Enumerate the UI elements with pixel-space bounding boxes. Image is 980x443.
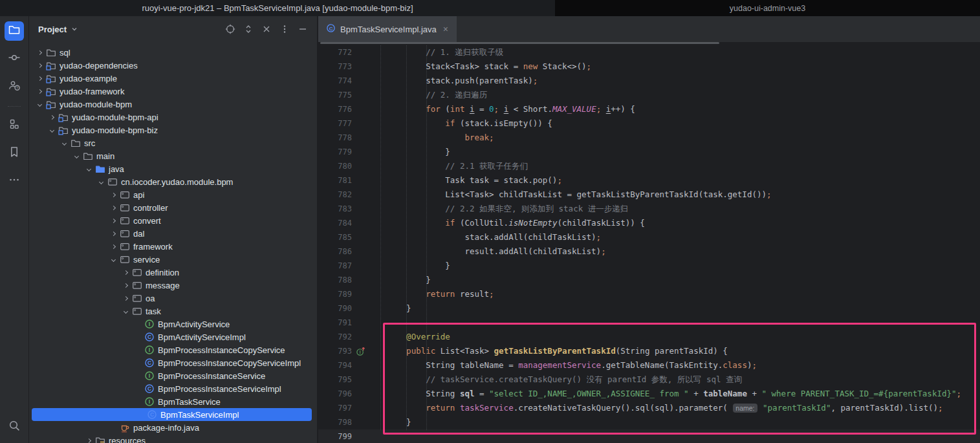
chevron-right-icon[interactable] <box>108 219 119 222</box>
code-text[interactable]: // taskService.createTaskQuery() 没有 pare… <box>373 373 742 387</box>
code-text[interactable]: Stack<Task> stack = new Stack<>(); <box>373 59 591 74</box>
line-number[interactable]: 780 <box>318 162 352 171</box>
gutter[interactable]: 792 <box>318 332 373 341</box>
code-line-775[interactable]: 775 // 2. 递归遍历 <box>318 88 980 102</box>
gutter[interactable]: 782 <box>318 190 373 199</box>
gutter[interactable]: 799 <box>318 432 373 441</box>
code-line-784[interactable]: 784 if (CollUtil.isNotEmpty(childTaskLis… <box>318 216 980 230</box>
implements-method-icon[interactable]: I <box>352 347 369 356</box>
chevron-right-icon[interactable] <box>34 90 45 93</box>
gutter[interactable]: 777 <box>318 119 373 128</box>
tab-bpmtaskserviceimpl[interactable]: C BpmTaskServiceImpl.java × <box>318 16 457 42</box>
chevron-right-icon[interactable] <box>47 116 58 119</box>
code-line-792[interactable]: 792 @Override <box>318 330 980 344</box>
code-line-773[interactable]: 773 Stack<Task> stack = new Stack<>(); <box>318 59 980 74</box>
tree-item-yudao-module-bpm-api[interactable]: yudao-module-bpm-api <box>29 111 317 124</box>
code-text[interactable]: List<Task> childTaskList = getTaskListBy… <box>373 188 772 202</box>
chevron-down-icon[interactable] <box>120 310 131 313</box>
gutter[interactable]: 797 <box>318 404 373 413</box>
gutter[interactable]: 793I <box>318 347 373 356</box>
chevron-right-icon[interactable] <box>108 193 119 197</box>
code-text[interactable]: } <box>373 301 411 316</box>
code-text[interactable]: return result; <box>373 287 494 301</box>
line-number[interactable]: 795 <box>318 375 352 384</box>
code-line-799[interactable]: 799 <box>318 429 980 443</box>
chevron-right-icon[interactable] <box>120 297 131 300</box>
gutter[interactable]: 785 <box>318 233 373 242</box>
activity-commit-button[interactable] <box>5 49 24 69</box>
code-line-798[interactable]: 798 } <box>318 415 980 429</box>
line-number[interactable]: 799 <box>318 432 352 441</box>
code-text[interactable]: public List<Task> getTaskListByParentTas… <box>373 344 728 358</box>
tree-item-yudao-module-bpm[interactable]: yudao-module-bpm <box>29 98 317 111</box>
code-line-782[interactable]: 782 List<Task> childTaskList = getTaskLi… <box>318 188 980 202</box>
hide-panel-icon[interactable] <box>295 21 310 37</box>
code-line-796[interactable]: 796 String sql = "select ID_,NAME_,OWNER… <box>318 387 980 401</box>
gutter[interactable]: 774 <box>318 76 373 85</box>
code-line-790[interactable]: 790 } <box>318 301 980 316</box>
line-number[interactable]: 773 <box>318 62 352 71</box>
gutter[interactable]: 798 <box>318 418 373 427</box>
code-line-793[interactable]: 793I public List<Task> getTaskListByPare… <box>318 344 980 358</box>
gutter[interactable]: 784 <box>318 219 373 228</box>
tree-item-bpmprocessinstancecopyservice[interactable]: IBpmProcessInstanceCopyService <box>29 343 317 356</box>
chevron-down-icon[interactable] <box>96 180 107 184</box>
line-number[interactable]: 779 <box>318 147 352 157</box>
line-number[interactable]: 782 <box>318 190 352 199</box>
code-line-785[interactable]: 785 stack.addAll(childTaskList); <box>318 230 980 244</box>
gutter[interactable]: 780 <box>318 162 373 171</box>
chevron-down-icon[interactable] <box>83 167 94 171</box>
editor-top-scrollbar[interactable] <box>320 42 719 44</box>
code-text[interactable]: for (int i = 0; i < Short.MAX_VALUE; i++… <box>373 102 635 116</box>
chevron-down-icon[interactable] <box>47 129 58 132</box>
tree-item-resources[interactable]: resources <box>29 434 317 443</box>
tree-item-framework[interactable]: framework <box>29 240 317 253</box>
tree-item-service[interactable]: service <box>29 253 317 266</box>
chevron-down-icon[interactable] <box>71 25 78 33</box>
tree-item-bpmprocessinstancecopyserviceimpl[interactable]: CBpmProcessInstanceCopyServiceImpl <box>29 356 317 369</box>
chevron-down-icon[interactable] <box>59 142 70 145</box>
gutter[interactable]: 783 <box>318 204 373 213</box>
chevron-right-icon[interactable] <box>34 77 45 80</box>
tree-item-bpmactivityservice[interactable]: IBpmActivityService <box>29 318 317 330</box>
gutter[interactable]: 795 <box>318 375 373 384</box>
code-text[interactable]: } <box>373 415 411 429</box>
tree-item-bpmtaskserviceimpl[interactable]: CBpmTaskServiceImpl <box>32 408 312 421</box>
code-text[interactable]: } <box>373 145 450 159</box>
line-number[interactable]: 783 <box>318 204 352 213</box>
chevron-right-icon[interactable] <box>108 232 119 235</box>
gutter[interactable]: 788 <box>318 276 373 285</box>
gutter[interactable]: 786 <box>318 247 373 256</box>
tree-item-src[interactable]: src <box>29 136 317 149</box>
activity-project-button[interactable] <box>5 21 24 41</box>
chevron-down-icon[interactable] <box>71 155 82 158</box>
activity-bookmarks-button[interactable] <box>5 144 24 163</box>
line-number[interactable]: 785 <box>318 233 352 242</box>
code-line-795[interactable]: 795 // taskService.createTaskQuery() 没有 … <box>318 373 980 387</box>
gutter[interactable]: 790 <box>318 304 373 313</box>
line-number[interactable]: 796 <box>318 389 352 398</box>
tree-item-api[interactable]: api <box>29 188 317 201</box>
chevron-down-icon[interactable] <box>108 258 119 261</box>
line-number[interactable]: 790 <box>318 304 352 313</box>
line-number[interactable]: 776 <box>318 105 352 114</box>
line-number[interactable]: 798 <box>318 418 352 427</box>
activity-search-everywhere-button[interactable] <box>5 417 24 437</box>
back-window-title[interactable]: yudao-ui-admin-vue3 <box>555 0 980 16</box>
chevron-right-icon[interactable] <box>108 206 119 210</box>
code-text[interactable]: if (CollUtil.isNotEmpty(childTaskList)) … <box>373 216 645 230</box>
gutter[interactable]: 778 <box>318 133 373 142</box>
chevron-right-icon[interactable] <box>34 64 45 67</box>
line-number[interactable]: 791 <box>318 318 352 327</box>
line-number[interactable]: 788 <box>318 276 352 285</box>
tree-item-yudao-dependencies[interactable]: yudao-dependencies <box>29 59 317 72</box>
code-line-777[interactable]: 777 if (stack.isEmpty()) { <box>318 116 980 131</box>
line-number[interactable]: 775 <box>318 91 352 100</box>
gutter[interactable]: 775 <box>318 91 373 100</box>
gutter[interactable]: 796 <box>318 389 373 398</box>
code-text[interactable]: // 1. 递归获取子级 <box>373 45 503 59</box>
gutter[interactable]: 794 <box>318 361 373 370</box>
tree-item-yudao-example[interactable]: yudao-example <box>29 72 317 85</box>
code-text[interactable]: stack.push(parentTask); <box>373 74 538 88</box>
project-panel-title[interactable]: Project <box>38 25 67 34</box>
